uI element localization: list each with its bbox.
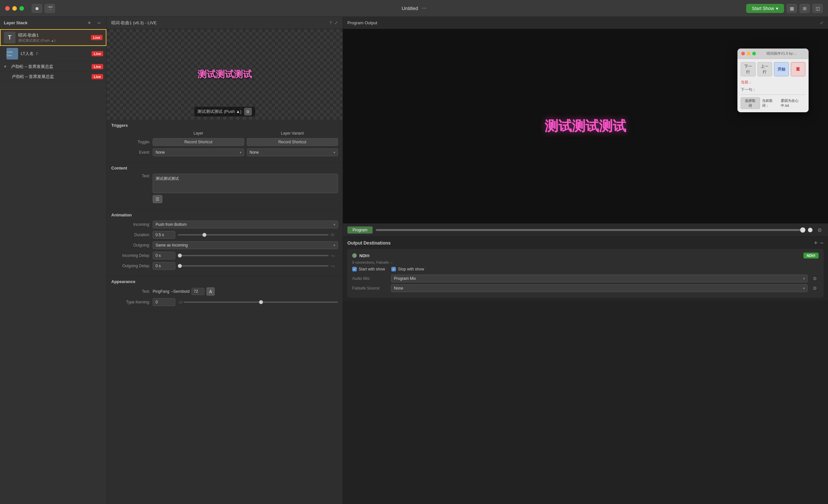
triggers-col-variant: Layer Variant xyxy=(247,131,338,135)
plugin-titlebar: 唱词插件V1.0 by:... xyxy=(737,48,809,59)
content-text-row: Text: 测试测试测试 ☰ xyxy=(111,174,338,203)
incoming-delay-max: +∞ xyxy=(331,254,338,257)
close-button[interactable] xyxy=(5,6,10,11)
minimize-button[interactable] xyxy=(12,6,17,11)
type-kerning-input[interactable] xyxy=(153,298,175,306)
text-align-button[interactable]: ☰ xyxy=(153,195,162,203)
event-variant-select[interactable]: None xyxy=(247,149,338,156)
right-panel: Program Output ⤢ 测试测试测试 唱词插件V1.0 by:... xyxy=(343,17,828,504)
plugin-next-btn[interactable]: 上一行 xyxy=(757,62,772,76)
outgoing-select-wrap: Same as Incoming xyxy=(153,241,338,249)
expand-icon[interactable]: ⤢ xyxy=(334,20,338,25)
triggers-title: Triggers xyxy=(111,123,338,128)
layout-icon-btn-2[interactable]: ⊞ xyxy=(799,4,810,13)
output-destinations-panel: Output Destinations + − NDI® NDI® xyxy=(343,237,828,301)
layer-info-lt: LT人名 F xyxy=(21,51,89,56)
layer-item-lyrics[interactable]: T 唱词-歌曲1 测试测试测试 (Push ▲) Live xyxy=(0,29,107,46)
appearance-title: Appearance xyxy=(111,279,338,284)
font-bold-button[interactable]: A xyxy=(206,287,215,296)
duration-slider-max: 30 xyxy=(331,233,338,237)
program-opacity-slider[interactable] xyxy=(376,229,805,231)
outgoing-delay-slider[interactable] xyxy=(178,265,329,266)
incoming-delay-row: Incoming Delay: +∞ xyxy=(111,252,338,259)
output-destinations-actions: + − xyxy=(814,240,824,246)
content-text-input[interactable]: 测试测试测试 xyxy=(153,174,338,193)
animation-title: Animation xyxy=(111,213,338,217)
plugin-minimize-button[interactable] xyxy=(747,52,750,55)
plugin-select-lyrics-btn[interactable]: 选择歌词 xyxy=(741,97,760,109)
add-layer-button[interactable]: + xyxy=(86,19,93,27)
plugin-buttons: 下一行 上一行 开始 重 xyxy=(741,62,805,76)
plugin-reset-btn[interactable]: 重 xyxy=(791,62,806,76)
font-size-input[interactable] xyxy=(192,288,204,295)
font-weight: –Semibold xyxy=(171,289,190,294)
remove-destination-button[interactable]: − xyxy=(820,240,824,246)
layer-item-lt[interactable]: John Doe LT人名 F Live xyxy=(0,46,107,62)
plugin-content: 下一行 上一行 开始 重 当前： 下一句： 选择歌 xyxy=(737,59,809,112)
incoming-animation-select[interactable]: Push from Bottom xyxy=(153,221,338,228)
type-kerning-slider-wrap: -10 xyxy=(178,300,338,304)
type-kerning-slider[interactable] xyxy=(184,301,338,303)
failsafe-gear-icon[interactable]: ⚙ xyxy=(811,284,819,292)
plugin-traffic-lights xyxy=(741,52,756,55)
outgoing-delay-input[interactable] xyxy=(153,262,175,270)
layer-item-person2[interactable]: 卢劲松 – 首席发展总监 Live xyxy=(0,72,107,82)
audio-mix-select-wrap: Program Mix xyxy=(391,275,808,283)
variant-label-text: 测试测试测试 (Push ▲) xyxy=(197,109,241,115)
duration-slider[interactable] xyxy=(178,234,329,236)
incoming-label: Incoming: xyxy=(111,222,150,227)
record-shortcut-variant-button[interactable]: Record Shortcut xyxy=(247,138,338,146)
plugin-current-label: 当前： xyxy=(741,80,752,85)
center-header-actions: ? ⤢ xyxy=(330,20,338,25)
avatar-lt: John Doe xyxy=(6,48,18,59)
program-output-title: Program Output xyxy=(347,20,377,25)
plugin-prev-btn[interactable]: 下一行 xyxy=(741,62,755,76)
plugin-title: 唱词插件V1.0 by:... xyxy=(758,51,805,56)
program-gear-icon[interactable]: ⚙ xyxy=(816,226,824,234)
duration-label: Duration: xyxy=(111,233,150,237)
title-bar-left-icons: ⏺ 🎬 xyxy=(32,4,55,13)
plugin-next-field: 下一句： xyxy=(741,87,805,92)
stop-with-show-checkbox[interactable]: ✓ xyxy=(391,267,396,271)
right-panel-header: Program Output ⤢ xyxy=(343,17,828,29)
duration-input[interactable] xyxy=(153,231,175,239)
audio-mix-select[interactable]: Program Mix xyxy=(391,275,808,283)
record-shortcut-layer-button[interactable]: Record Shortcut xyxy=(153,138,244,146)
plugin-maximize-button[interactable] xyxy=(752,52,756,55)
font-name: PingFang xyxy=(153,289,169,294)
remove-layer-button[interactable]: − xyxy=(95,19,102,27)
plugin-start-btn[interactable]: 开始 xyxy=(774,62,789,76)
expand-output-icon[interactable]: ⤢ xyxy=(820,20,824,25)
audio-mix-gear-icon[interactable]: ⚙ xyxy=(811,275,819,283)
layer-info-person1: 卢劲松 – 首席发展总监 xyxy=(11,64,89,70)
right-header-actions: ⤢ xyxy=(820,20,824,25)
layer-item-person1[interactable]: ▼ 卢劲松 – 首席发展总监 Live xyxy=(0,62,107,72)
video-icon-btn[interactable]: 🎬 xyxy=(45,4,55,13)
layout-icon-btn-1[interactable]: ▦ xyxy=(787,4,797,13)
outgoing-animation-select[interactable]: Same as Incoming xyxy=(153,241,338,249)
plugin-close-button[interactable] xyxy=(741,52,745,55)
title-bar-center: Untitled ••• xyxy=(402,5,427,11)
layout-icon-btn-3[interactable]: ◫ xyxy=(813,4,823,13)
program-tab[interactable]: Program xyxy=(347,226,373,234)
triggers-section: Triggers Layer Layer Variant Toggle: Rec… xyxy=(107,120,342,162)
program-bar: Program ⚙ xyxy=(343,223,828,237)
center-panel-title: 唱词-歌曲1 (v6.3) - LIVE xyxy=(111,20,157,26)
type-kerning-min: -10 xyxy=(178,300,182,304)
stop-with-show-check: ✓ xyxy=(392,267,395,271)
triggers-header-row: Layer Layer Variant xyxy=(111,131,338,135)
start-show-button[interactable]: Start Show ▾ xyxy=(746,4,784,13)
failsafe-select[interactable]: None xyxy=(391,284,808,292)
maximize-button[interactable] xyxy=(19,6,24,11)
incoming-delay-input[interactable] xyxy=(153,252,175,259)
help-icon[interactable]: ? xyxy=(330,20,332,25)
add-destination-button[interactable]: + xyxy=(814,240,818,246)
content-section: Content Text: 测试测试测试 ☰ xyxy=(107,162,342,209)
start-with-show-checkbox[interactable]: ✓ xyxy=(352,267,357,271)
copy-variant-button[interactable]: ⧉ xyxy=(244,108,252,116)
plugin-window: 唱词插件V1.0 by:... 下一行 上一行 开始 重 当前： 下一句： xyxy=(737,48,809,112)
incoming-delay-slider[interactable] xyxy=(178,255,329,256)
record-icon-btn[interactable]: ⏺ xyxy=(32,4,42,13)
event-layer-select[interactable]: None xyxy=(153,149,244,156)
triggers-col-layer: Layer xyxy=(153,131,244,135)
